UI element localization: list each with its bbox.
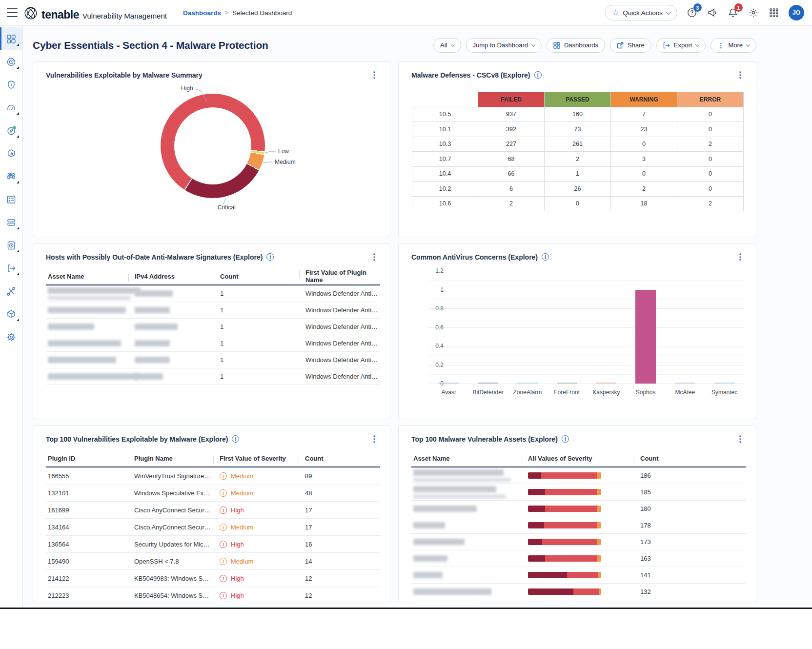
table-row[interactable]: 180	[411, 501, 746, 517]
bar-kaspersky[interactable]	[596, 383, 616, 384]
error-count-cell[interactable]: 0	[677, 166, 744, 182]
table-row[interactable]: 185	[411, 484, 746, 501]
failed-count-cell[interactable]: 392	[478, 122, 545, 137]
passed-count-cell[interactable]: 160	[545, 107, 611, 122]
failed-count-cell[interactable]: 2	[478, 196, 545, 211]
announcements-button[interactable]	[707, 7, 718, 19]
severity-stacked-bar[interactable]	[528, 489, 601, 495]
warning-count-cell[interactable]: 18	[611, 196, 677, 211]
table-row[interactable]: 173	[411, 534, 746, 550]
user-avatar[interactable]: JO	[789, 5, 804, 20]
export-dropdown[interactable]: Export	[656, 38, 706, 53]
passed-count-cell[interactable]: 73	[545, 122, 611, 137]
table-row[interactable]: 186	[411, 467, 746, 484]
severity-stacked-bar[interactable]	[528, 588, 601, 595]
sidebar-item-lumin[interactable]	[0, 96, 22, 119]
error-count-cell[interactable]: 0	[677, 122, 744, 137]
passed-count-cell[interactable]: 1	[545, 166, 611, 182]
table-row[interactable]: 1Windows Defender Anti…	[46, 352, 380, 368]
widget-menu-kebab-icon[interactable]: ⋮	[734, 253, 746, 261]
dashboards-button[interactable]: Dashboards	[547, 38, 605, 53]
malware-summary-donut[interactable]	[161, 94, 265, 198]
settings-button[interactable]	[748, 7, 759, 19]
sidebar-item-settings[interactable]	[0, 325, 22, 348]
table-row[interactable]: 1Windows Defender Anti…	[46, 368, 380, 385]
info-icon[interactable]: i	[562, 435, 569, 443]
share-button[interactable]: Share	[610, 38, 651, 53]
more-dropdown[interactable]: ⋮ More	[710, 38, 756, 53]
sidebar-item-integrations[interactable]	[0, 303, 22, 325]
table-row[interactable]: 163	[411, 550, 746, 567]
info-icon[interactable]: i	[534, 71, 542, 79]
sidebar-item-exports[interactable]	[0, 257, 22, 280]
severity-stacked-bar[interactable]	[528, 472, 601, 479]
table-row[interactable]: 161699Cisco AnyConnect Secur…!High17	[46, 502, 380, 519]
help-button[interactable]: 3	[686, 7, 698, 19]
info-icon[interactable]: i	[232, 435, 239, 443]
error-count-cell[interactable]: 0	[677, 182, 744, 197]
severity-stacked-bar[interactable]	[528, 506, 601, 512]
table-row[interactable]: 159490OpenSSH < 7.8!Medium14	[46, 553, 380, 570]
sidebar-item-sensors[interactable]	[0, 211, 22, 234]
severity-stacked-bar[interactable]	[528, 522, 601, 528]
table-row[interactable]: 1Windows Defender Anti…	[46, 302, 380, 319]
severity-stacked-bar[interactable]	[528, 572, 601, 578]
info-icon[interactable]: i	[266, 253, 274, 261]
warning-count-cell[interactable]: 0	[611, 166, 677, 182]
table-row[interactable]: 136564Security Updates for Mic…!High16	[46, 536, 380, 553]
failed-count-cell[interactable]: 66	[478, 166, 545, 182]
failed-count-cell[interactable]: 68	[478, 152, 545, 167]
error-count-cell[interactable]: 0	[677, 152, 744, 167]
bar-symantec[interactable]	[714, 383, 735, 384]
error-count-cell[interactable]: 2	[677, 137, 744, 152]
passed-count-cell[interactable]: 261	[545, 137, 611, 152]
table-row[interactable]: 214122KB5049983: Windows S…!High12	[46, 570, 380, 587]
sidebar-item-reports[interactable]	[0, 234, 22, 257]
table-row[interactable]: 132	[411, 584, 746, 600]
widget-menu-kebab-icon[interactable]: ⋮	[368, 71, 380, 79]
warning-count-cell[interactable]: 2	[611, 182, 677, 197]
table-row[interactable]: 1Windows Defender Anti…	[46, 319, 380, 335]
failed-count-cell[interactable]: 227	[478, 137, 545, 152]
table-row[interactable]: 132101Windows Speculative Ex…!Medium48	[46, 485, 380, 502]
table-row[interactable]: 1Windows Defender Anti…	[46, 335, 380, 352]
filter-all-dropdown[interactable]: All	[433, 38, 461, 53]
hamburger-menu-icon[interactable]	[6, 8, 19, 18]
sidebar-item-tools[interactable]	[0, 280, 22, 303]
warning-count-cell[interactable]: 23	[611, 122, 677, 137]
widget-menu-kebab-icon[interactable]: ⋮	[368, 435, 380, 443]
passed-count-cell[interactable]: 2	[545, 152, 611, 167]
sidebar-item-findings[interactable]	[0, 73, 22, 96]
breadcrumb-dashboards-link[interactable]: Dashboards	[183, 9, 221, 17]
app-switcher-button[interactable]	[768, 7, 780, 19]
failed-count-cell[interactable]: 937	[478, 107, 545, 122]
table-row[interactable]: 141	[411, 567, 746, 584]
sidebar-item-checklist[interactable]	[0, 188, 22, 211]
sidebar-item-scans[interactable]	[0, 50, 22, 73]
severity-stacked-bar[interactable]	[528, 555, 601, 562]
widget-menu-kebab-icon[interactable]: ⋮	[368, 253, 380, 261]
bar-sophos[interactable]	[635, 290, 656, 384]
quick-actions-button[interactable]: ☆ Quick Actions	[605, 5, 677, 20]
table-row[interactable]: 134164Cisco AnyConnect Secur…!Medium17	[46, 519, 380, 536]
bar-avast[interactable]	[438, 383, 459, 384]
error-count-cell[interactable]: 2	[677, 196, 744, 211]
table-row[interactable]: 178	[411, 517, 746, 534]
sidebar-item-web-app-scanning[interactable]	[0, 165, 22, 188]
notifications-button[interactable]: 1	[727, 7, 739, 19]
widget-menu-kebab-icon[interactable]: ⋮	[734, 435, 746, 443]
bar-mcafee[interactable]	[675, 383, 695, 384]
table-row[interactable]: 166555WinVerifyTrust Signature…!Medium89	[46, 467, 380, 485]
bar-zonealarm[interactable]	[517, 383, 538, 384]
info-icon[interactable]: i	[542, 253, 549, 261]
bar-bitdefender[interactable]	[478, 383, 498, 384]
failed-count-cell[interactable]: 6	[478, 182, 545, 197]
table-row[interactable]: 212223KB5048654: Windows S…!High12	[46, 587, 380, 602]
sidebar-item-assets[interactable]	[0, 142, 22, 165]
warning-count-cell[interactable]: 7	[611, 107, 677, 122]
warning-count-cell[interactable]: 0	[611, 137, 677, 152]
sidebar-item-dashboards[interactable]	[0, 27, 22, 50]
passed-count-cell[interactable]: 26	[545, 182, 611, 197]
passed-count-cell[interactable]: 0	[545, 196, 611, 211]
severity-stacked-bar[interactable]	[528, 539, 601, 545]
